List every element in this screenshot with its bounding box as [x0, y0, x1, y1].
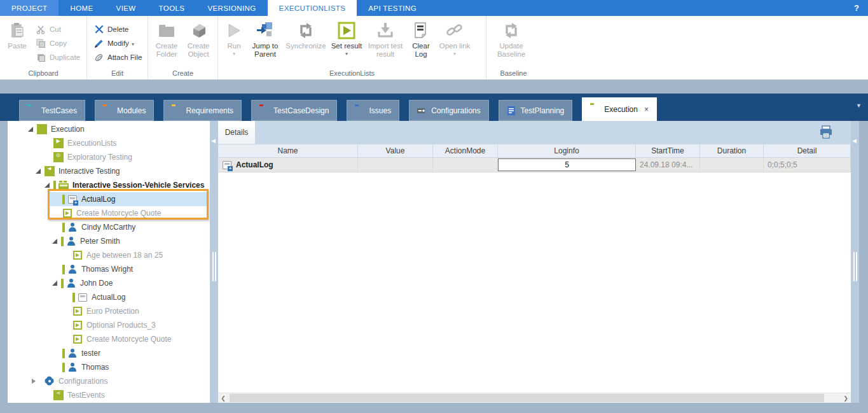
tree-item-execution[interactable]: Execution	[8, 122, 210, 136]
table-row[interactable]: ActualLog 5 24.09.18 09:4... 0;0;5;0;5	[218, 158, 851, 172]
create-folder-button[interactable]: Create Folder	[151, 18, 183, 66]
collapsed-arrow-icon[interactable]	[29, 377, 38, 386]
doc-tab-configurations[interactable]: Configurations	[409, 100, 488, 121]
cut-button[interactable]: Cut	[32, 22, 84, 36]
scroll-right-icon[interactable]: ❯	[841, 393, 851, 403]
run-button[interactable]: Run ▾	[221, 18, 247, 66]
column-header-actionmode[interactable]: ActionMode	[433, 144, 498, 157]
tab-tools[interactable]: TOOLS	[148, 0, 196, 16]
tree-item-testevents[interactable]: ⋖ TestEvents	[8, 388, 210, 402]
folder-play-icon: ▶	[53, 138, 64, 148]
column-header-starttime[interactable]: StartTime	[636, 144, 700, 157]
right-panel-splitter[interactable]: ◀	[851, 121, 859, 403]
clear-log-button[interactable]: Clear Log	[406, 18, 436, 66]
collapse-left-icon[interactable]: ◀	[211, 137, 216, 144]
tab-executionlists[interactable]: EXECUTIONLISTS	[268, 0, 357, 16]
doc-tab-testcases[interactable]: TestCases	[19, 100, 85, 121]
tab-api-testing[interactable]: API TESTING	[357, 0, 428, 16]
tree-item-configurations[interactable]: Configurations	[8, 374, 210, 388]
tree-item-thomas-wright[interactable]: Thomas Wright	[8, 262, 210, 276]
doc-tab-execution[interactable]: Execution ×	[582, 97, 657, 121]
attach-file-button[interactable]: Attach File	[90, 50, 146, 64]
status-bar	[61, 279, 64, 288]
tree-item-exploratory-testing[interactable]: ◎ Exploratory Testing	[8, 150, 210, 164]
scroll-left-icon[interactable]: ❮	[218, 393, 228, 403]
doc-tab-requirements[interactable]: Requirements	[163, 100, 242, 121]
modify-button[interactable]: Modify ▾	[90, 36, 146, 50]
expand-arrow-icon[interactable]	[43, 181, 52, 190]
group-label-baseline: Baseline	[489, 68, 538, 80]
scrollbar-track[interactable]	[228, 393, 841, 403]
close-icon[interactable]: ×	[644, 105, 649, 114]
run-label: Run	[227, 42, 240, 50]
column-header-duration[interactable]: Duration	[700, 144, 764, 157]
duplicate-button[interactable]: Duplicate	[32, 50, 84, 64]
tab-project[interactable]: PROJECT	[0, 0, 59, 16]
status-bar	[72, 293, 75, 302]
expand-arrow-icon[interactable]	[34, 167, 43, 176]
column-header-loginfo[interactable]: Loginfo	[498, 144, 636, 157]
window-gap	[0, 80, 868, 94]
tab-view[interactable]: VIEW	[105, 0, 148, 16]
tree-item-john-doe[interactable]: John Doe	[8, 276, 210, 290]
tree-item-actuallog-john[interactable]: ActualLog	[8, 290, 210, 304]
folder-icon	[259, 106, 269, 115]
doc-tab-modules[interactable]: Modules	[95, 100, 154, 121]
paste-button[interactable]: Paste	[3, 18, 32, 66]
tree-item-cindy-mccarthy[interactable]: Cindy McCarthy	[8, 220, 210, 234]
tree-item-executionlists[interactable]: ▶ ExecutionLists	[8, 136, 210, 150]
tree-item-peter-smith[interactable]: Peter Smith	[8, 234, 210, 248]
delete-button[interactable]: Delete	[90, 22, 146, 36]
tree-item-create-motorcycle-quote-2[interactable]: Create Motorcycle Quote	[8, 332, 210, 346]
help-icon[interactable]: ?	[845, 0, 868, 16]
tree-item-thomas[interactable]: Thomas	[8, 360, 210, 374]
doc-tab-testplanning[interactable]: TestPlanning	[499, 100, 573, 121]
scrollbar-thumb[interactable]	[230, 394, 824, 402]
open-link-button[interactable]: Open link ▾	[436, 18, 474, 66]
jump-to-parent-button[interactable]: Jump to Parent	[247, 18, 283, 66]
doc-tab-testcasedesign[interactable]: TestCaseDesign	[251, 100, 337, 121]
expand-arrow-icon[interactable]	[51, 279, 60, 288]
testcase-play-icon	[62, 208, 72, 218]
doc-tab-issues[interactable]: Issues	[347, 100, 399, 121]
tree-item-label: Configurations	[59, 377, 107, 386]
tree-item-optional-products[interactable]: Optional Products_3	[8, 318, 210, 332]
expand-arrow-icon[interactable]	[51, 237, 60, 246]
set-result-button[interactable]: Set result ▾	[329, 18, 364, 66]
tree-details-splitter[interactable]: ◀	[210, 121, 218, 403]
details-panel: Details Name Value ActionMode Loginfo St…	[218, 121, 851, 403]
folder-icon	[37, 124, 47, 134]
tree-item-euro-protection[interactable]: Euro Protection	[8, 304, 210, 318]
chevron-down-icon: ▾	[233, 51, 235, 57]
tree-item-interactive-testing[interactable]: ☚ Interactive Testing	[8, 164, 210, 178]
expand-arrow-icon[interactable]	[27, 125, 36, 134]
column-header-name[interactable]: Name	[218, 144, 358, 157]
tab-details[interactable]: Details	[218, 121, 255, 144]
print-icon[interactable]	[819, 125, 833, 139]
synchronize-button[interactable]: Synchronize	[283, 18, 329, 66]
synchronize-icon	[296, 21, 315, 40]
tree-item-label: John Doe	[80, 279, 113, 288]
cut-label: Cut	[50, 25, 61, 33]
tree-item-create-motorcycle-quote[interactable]: Create Motorcycle Quote	[8, 206, 210, 220]
plug-icon	[417, 106, 427, 115]
import-test-result-button[interactable]: Import test result	[364, 18, 406, 66]
tab-overflow-chevron-icon[interactable]: ▼	[856, 102, 862, 109]
chevron-down-icon: ▾	[345, 51, 348, 57]
column-header-value[interactable]: Value	[358, 144, 433, 157]
copy-button[interactable]: Copy	[32, 36, 84, 50]
tree-item-tester[interactable]: tester	[8, 346, 210, 360]
tree-item-age-between[interactable]: Age between 18 an 25	[8, 248, 210, 262]
tab-versioning[interactable]: VERSIONING	[196, 0, 267, 16]
create-object-button[interactable]: Create Object	[183, 18, 214, 66]
column-header-detail[interactable]: Detail	[764, 144, 851, 157]
tree-item-interactive-session[interactable]: Interactive Session-Vehicle Services	[8, 178, 210, 192]
tree-item-actuallog-selected[interactable]: ActualLog	[8, 192, 210, 206]
delete-label: Delete	[107, 25, 128, 33]
cell-loginfo-input[interactable]: 5	[498, 158, 636, 171]
collapse-left-icon[interactable]: ◀	[852, 137, 857, 144]
create-folder-icon	[157, 21, 176, 40]
update-baseline-button[interactable]: Update Baseline	[489, 18, 534, 66]
tree-item-label: Thomas Wright	[81, 265, 133, 274]
tab-home[interactable]: HOME	[59, 0, 104, 16]
